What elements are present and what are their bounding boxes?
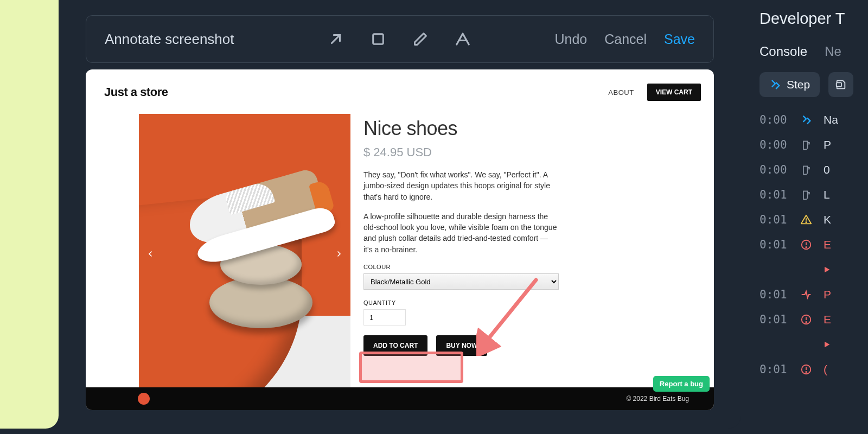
log-row[interactable]: 0:01 ( [760,359,868,380]
step-icon [800,113,813,126]
log-row[interactable]: 0:00 P [760,134,868,156]
step-filter-label: Step [787,78,810,91]
product-info: Nice shoes $ 24.95 USD They say, "Don't … [363,114,559,394]
log-row-sub[interactable] [760,259,868,280]
svg-rect-5 [837,82,841,86]
gallery-next-button[interactable] [331,246,347,262]
product-price: $ 24.95 USD [363,145,559,159]
arrow-tool-icon[interactable] [327,30,345,48]
about-link[interactable]: ABOUT [608,88,634,97]
buy-now-button[interactable]: BUY NOW [436,335,487,356]
product-area: Nice shoes $ 24.95 USD They say, "Don't … [86,114,714,394]
svg-point-18 [806,372,806,372]
copyright-text: © 2022 Bird Eats Bug [626,395,689,403]
cancel-button[interactable]: Cancel [604,31,647,47]
svg-point-7 [806,222,806,222]
devtools-filter-row: Step [760,72,868,97]
svg-rect-1 [373,34,383,44]
store-nav: ABOUT VIEW CART [608,84,701,101]
svg-marker-11 [825,267,829,273]
svg-point-10 [806,247,806,247]
storage-icon [800,188,813,201]
log-row[interactable]: 0:01 K [760,209,868,231]
quantity-input[interactable] [363,309,406,326]
svg-marker-15 [825,342,829,348]
pencil-tool-icon[interactable] [411,30,430,48]
annotation-toolbar: Annotate screenshot Undo Cancel Save [86,15,714,63]
product-title: Nice shoes [363,117,559,140]
devtools-tabs: Console Ne [760,44,868,59]
log-row[interactable]: 0:01 P [760,284,868,305]
decorative-lime-strip [0,0,59,429]
network-icon [800,288,813,301]
error-icon [800,238,813,251]
storage-icon [800,163,813,176]
warning-icon [800,213,813,226]
toolbar-actions: Undo Cancel Save [554,31,695,47]
save-button[interactable]: Save [664,31,695,47]
storage-icon [800,138,813,151]
footer-indicator-icon [138,393,150,405]
view-cart-button[interactable]: VIEW CART [647,84,701,101]
app-frame: Annotate screenshot Undo Cancel Save Jus… [59,0,741,429]
colour-label: COLOUR [363,264,559,270]
text-tool-icon[interactable] [454,30,472,48]
log-row[interactable]: 0:00 0 [760,159,868,181]
svg-line-0 [331,35,340,43]
error-icon [800,363,813,376]
product-image [139,114,350,394]
add-to-cart-button[interactable]: ADD TO CART [363,335,427,356]
annotation-tools [327,30,472,48]
quantity-label: QUANTITY [363,299,559,306]
play-icon [820,263,833,276]
report-bug-button[interactable]: Report a bug [653,376,710,392]
log-row-sub[interactable] [760,334,868,355]
tree-chip-icon[interactable] [828,72,853,97]
devtools-title: Developer T [760,10,868,28]
store-logo: Just a store [104,85,168,99]
log-row[interactable]: 0:00 Na [760,109,868,131]
tab-console[interactable]: Console [760,44,807,59]
store-footer: © 2022 Bird Eats Bug [86,387,714,410]
store-header: Just a store ABOUT VIEW CART [104,84,701,101]
step-filter-chip[interactable]: Step [760,72,820,97]
devtools-panel: Developer T Console Ne Step 0:00 Na 0:00… [754,0,868,434]
cta-row: ADD TO CART BUY NOW [363,335,559,356]
toolbar-title: Annotate screenshot [105,31,234,48]
play-icon [820,338,833,351]
product-description-2: A low-profile silhouette and durable des… [363,211,559,255]
log-row[interactable]: 0:01 E [760,309,868,330]
error-icon [800,313,813,326]
colour-select[interactable]: Black/Metallic Gold [363,273,559,290]
undo-button[interactable]: Undo [554,31,587,47]
svg-point-14 [806,322,806,322]
log-list: 0:00 Na 0:00 P 0:00 0 0:01 L 0:01 K 0:01… [760,109,868,380]
tab-network[interactable]: Ne [825,44,841,59]
log-row[interactable]: 0:01 E [760,234,868,256]
shoe-graphic [177,145,337,267]
rectangle-tool-icon[interactable] [369,30,387,48]
screenshot-preview: Just a store ABOUT VIEW CART [86,69,714,410]
log-row[interactable]: 0:01 L [760,184,868,206]
gallery-prev-button[interactable] [142,246,158,262]
product-description-1: They say, "Don't fix what works". We say… [363,169,559,202]
